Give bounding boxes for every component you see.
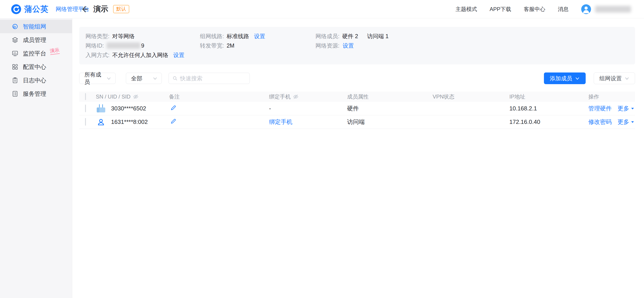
sidebar-item-member-management[interactable]: 成员管理: [0, 33, 72, 47]
ip-value: 172.16.0.40: [509, 118, 540, 125]
more-label: 更多: [618, 118, 629, 126]
sidebar-item-log-center[interactable]: 日志中心: [0, 74, 72, 87]
col-actions: 操作: [588, 93, 599, 100]
network-settings-button[interactable]: 组网设置: [594, 72, 635, 84]
field-label: 组网线路:: [200, 32, 224, 40]
add-member-button[interactable]: 添加成员: [544, 72, 586, 84]
table-header-row: SN / UID / SID 备注 绑定手机 成员属性 VPN状态 IP地址 操…: [79, 92, 635, 102]
member-filter-select[interactable]: 所有成员: [79, 73, 116, 84]
sidebar-item-smart-network[interactable]: 智能组网: [0, 20, 72, 33]
user-account[interactable]: [581, 4, 631, 14]
member-toolbar: 所有成员 全部 添加成员 组网设置: [79, 73, 635, 84]
col-remark: 备注: [169, 93, 180, 100]
field-label: 网络类型:: [86, 32, 110, 40]
members-icon: [12, 36, 18, 43]
member-sn: 1631****8:002: [111, 118, 148, 126]
brand-logo[interactable]: 蒲公英 网络管理平台: [0, 4, 72, 14]
field-label: 网络成员:: [316, 32, 340, 40]
more-label: 更多: [618, 104, 629, 112]
sidebar-item-monitor-platform[interactable]: 监控平台 演示: [0, 47, 72, 60]
network-id-redacted: [106, 42, 140, 49]
page-title: 演示: [93, 4, 108, 14]
field-label: 网络资源:: [316, 42, 340, 49]
sidebar-item-label: 服务管理: [23, 90, 46, 98]
default-badge: 默认: [113, 5, 129, 13]
manage-hardware-link[interactable]: 管理硬件: [588, 104, 612, 112]
row-checkbox[interactable]: [85, 118, 86, 126]
eye-off-icon[interactable]: [133, 94, 139, 100]
nav-app-download[interactable]: APP下载: [490, 6, 511, 13]
chevron-down-icon: [575, 76, 580, 81]
bind-phone-value: -: [269, 105, 271, 112]
search-input[interactable]: [180, 75, 246, 82]
row-checkbox[interactable]: [85, 104, 86, 112]
app-root: 蒲公英 网络管理平台 演示 默认 主题模式 APP下载 客服中心 消息: [0, 0, 644, 298]
col-sn-uid-sid: SN / UID / SID: [96, 94, 130, 100]
field-value: 对等网络: [112, 32, 135, 40]
sidebar-item-config-center[interactable]: 配置中心: [0, 60, 72, 74]
chevron-down-icon: [624, 76, 630, 81]
field-network-id: 网络ID: 9: [86, 42, 200, 49]
field-value: 不允许任何人加入网络: [112, 52, 168, 59]
member-type-value: 硬件: [347, 105, 359, 112]
back-arrow-icon[interactable]: [80, 5, 88, 13]
more-dropdown[interactable]: 更多: [618, 104, 634, 112]
eye-off-icon[interactable]: [293, 94, 299, 100]
edit-remark-icon[interactable]: [170, 119, 176, 126]
field-value: 标准线路: [227, 32, 249, 40]
search-icon: [172, 76, 178, 81]
field-label: 转发带宽:: [200, 42, 224, 49]
network-id-suffix: 9: [141, 42, 144, 49]
caret-down-icon: [631, 108, 634, 110]
field-value: 2M: [227, 42, 234, 49]
top-right-nav: 主题模式 APP下载 客服中心 消息: [456, 4, 644, 14]
col-member-type: 成员属性: [347, 93, 369, 100]
resource-settings-link[interactable]: 设置: [343, 42, 354, 49]
field-join-mode: 入网方式: 不允许任何人加入网络 设置: [86, 52, 200, 59]
quick-search-box[interactable]: [168, 73, 250, 84]
username-redacted: [595, 6, 631, 12]
caret-down-icon: [631, 121, 634, 123]
field-network-type: 网络类型: 对等网络: [86, 32, 200, 40]
change-password-link[interactable]: 修改密码: [588, 118, 612, 126]
monitor-icon: [12, 50, 18, 57]
ip-value: 10.168.2.1: [509, 105, 537, 112]
hardware-count: 硬件 2: [342, 32, 358, 40]
config-icon: [12, 64, 18, 70]
field-bandwidth: 转发带宽: 2M: [200, 42, 316, 49]
logs-icon: [12, 77, 18, 84]
more-dropdown[interactable]: 更多: [618, 118, 634, 126]
type-filter-select[interactable]: 全部: [126, 73, 162, 84]
user-icon: [96, 117, 106, 127]
member-type-value: 访问端: [347, 118, 365, 125]
top-header: 蒲公英 网络管理平台 演示 默认 主题模式 APP下载 客服中心 消息: [0, 0, 644, 18]
client-count: 访问端 1: [367, 32, 389, 40]
col-ip: IP地址: [509, 93, 525, 100]
nav-support-center[interactable]: 客服中心: [524, 6, 545, 13]
brand-icon: [11, 4, 21, 14]
network-icon: [12, 23, 18, 30]
nav-theme-mode[interactable]: 主题模式: [456, 6, 477, 13]
member-filter-value: 所有成员: [84, 71, 106, 86]
field-label: 网络ID:: [86, 42, 104, 49]
table-row: 1631****8:002 绑定手机 访问端 172.16.0.40 修改密码 …: [79, 115, 635, 129]
page-head: 演示 默认: [80, 4, 129, 14]
bind-phone-link[interactable]: 绑定手机: [269, 118, 292, 125]
select-all-checkbox[interactable]: [85, 93, 86, 100]
field-network-line: 组网线路: 标准线路 设置: [200, 32, 316, 40]
table-row: 3030****6502 - 硬件 10.168.2.1 管理硬件 更多: [79, 102, 635, 115]
chevron-down-icon: [152, 76, 158, 81]
nav-messages[interactable]: 消息: [558, 6, 568, 13]
col-bind-phone: 绑定手机: [269, 93, 290, 100]
field-network-resource: 网络资源: 设置: [316, 42, 629, 49]
chevron-down-icon: [106, 76, 111, 81]
members-table: SN / UID / SID 备注 绑定手机 成员属性 VPN状态 IP地址 操…: [79, 92, 635, 129]
network-settings-label: 组网设置: [599, 75, 622, 82]
line-settings-link[interactable]: 设置: [254, 32, 265, 40]
avatar[interactable]: [581, 4, 591, 14]
sidebar-item-service-management[interactable]: 服务管理: [0, 87, 72, 100]
network-info-panel: 网络类型: 对等网络 组网线路: 标准线路 设置 网络成员: 硬件 2 访问端 …: [79, 27, 635, 64]
field-label: 入网方式:: [86, 52, 110, 59]
join-mode-settings-link[interactable]: 设置: [173, 52, 184, 59]
edit-remark-icon[interactable]: [170, 106, 176, 112]
